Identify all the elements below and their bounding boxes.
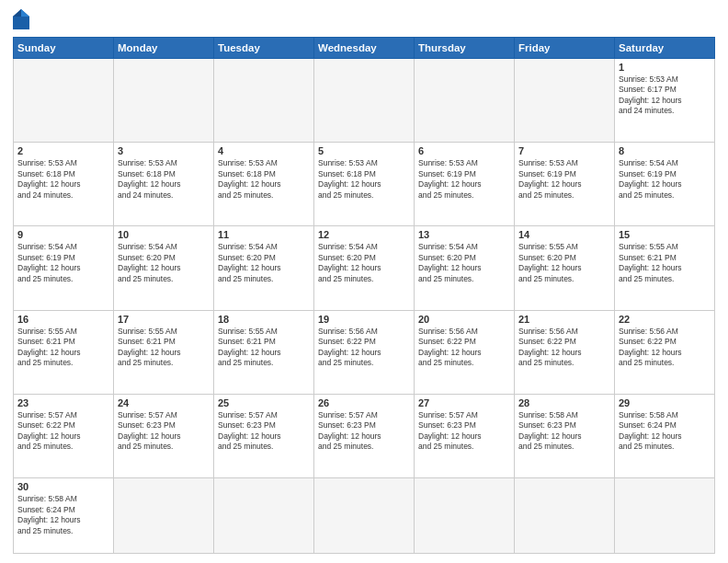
day-number: 3 [118,145,210,156]
day-number: 8 [619,145,711,156]
calendar-cell: 30Sunrise: 5:58 AM Sunset: 6:24 PM Dayli… [14,478,114,554]
day-number: 12 [318,229,410,240]
day-number: 2 [17,145,109,156]
day-info: Sunrise: 5:55 AM Sunset: 6:21 PM Dayligh… [619,242,711,284]
day-number: 15 [619,229,711,240]
calendar-cell: 18Sunrise: 5:55 AM Sunset: 6:21 PM Dayli… [214,310,314,394]
calendar-page: SundayMondayTuesdayWednesdayThursdayFrid… [0,0,728,563]
day-info: Sunrise: 5:54 AM Sunset: 6:19 PM Dayligh… [17,242,109,284]
day-info: Sunrise: 5:53 AM Sunset: 6:18 PM Dayligh… [118,158,210,201]
calendar-cell: 9Sunrise: 5:54 AM Sunset: 6:19 PM Daylig… [14,226,114,310]
calendar-cell: 1Sunrise: 5:53 AM Sunset: 6:17 PM Daylig… [615,59,715,143]
week-row-4: 16Sunrise: 5:55 AM Sunset: 6:21 PM Dayli… [14,310,715,394]
day-info: Sunrise: 5:57 AM Sunset: 6:23 PM Dayligh… [318,410,410,453]
calendar-cell: 26Sunrise: 5:57 AM Sunset: 6:23 PM Dayli… [314,394,415,477]
day-number: 7 [518,145,610,156]
calendar-cell: 29Sunrise: 5:58 AM Sunset: 6:24 PM Dayli… [615,394,715,477]
calendar-cell: 3Sunrise: 5:53 AM Sunset: 6:18 PM Daylig… [114,143,214,226]
calendar-cell [415,59,515,143]
calendar-cell [515,59,615,143]
day-info: Sunrise: 5:56 AM Sunset: 6:22 PM Dayligh… [318,327,410,369]
calendar-cell [415,478,515,554]
day-header-thursday: Thursday [415,38,515,59]
calendar-cell [114,478,214,554]
day-info: Sunrise: 5:55 AM Sunset: 6:21 PM Dayligh… [218,327,310,369]
calendar-cell [14,59,114,143]
day-info: Sunrise: 5:53 AM Sunset: 6:19 PM Dayligh… [518,158,610,201]
day-number: 24 [118,397,210,408]
day-info: Sunrise: 5:53 AM Sunset: 6:19 PM Dayligh… [418,158,510,201]
day-number: 5 [318,145,410,156]
day-info: Sunrise: 5:55 AM Sunset: 6:20 PM Dayligh… [518,242,610,284]
day-number: 11 [218,229,310,240]
day-info: Sunrise: 5:57 AM Sunset: 6:23 PM Dayligh… [118,410,210,453]
calendar-cell: 28Sunrise: 5:58 AM Sunset: 6:23 PM Dayli… [515,394,615,477]
calendar-cell: 24Sunrise: 5:57 AM Sunset: 6:23 PM Dayli… [114,394,214,477]
day-number: 21 [518,314,610,325]
day-info: Sunrise: 5:53 AM Sunset: 6:18 PM Dayligh… [318,158,410,201]
calendar-cell: 15Sunrise: 5:55 AM Sunset: 6:21 PM Dayli… [615,226,715,310]
day-info: Sunrise: 5:56 AM Sunset: 6:22 PM Dayligh… [518,327,610,369]
day-number: 9 [17,229,109,240]
day-number: 22 [619,314,711,325]
day-number: 29 [619,397,711,408]
day-header-monday: Monday [114,38,214,59]
day-info: Sunrise: 5:53 AM Sunset: 6:18 PM Dayligh… [218,158,310,201]
day-info: Sunrise: 5:55 AM Sunset: 6:21 PM Dayligh… [17,327,109,369]
week-row-2: 2Sunrise: 5:53 AM Sunset: 6:18 PM Daylig… [14,143,715,226]
calendar-cell: 22Sunrise: 5:56 AM Sunset: 6:22 PM Dayli… [615,310,715,394]
calendar-cell: 27Sunrise: 5:57 AM Sunset: 6:23 PM Dayli… [415,394,515,477]
day-number: 30 [17,481,109,492]
day-info: Sunrise: 5:56 AM Sunset: 6:22 PM Dayligh… [418,327,510,369]
calendar-cell: 23Sunrise: 5:57 AM Sunset: 6:22 PM Dayli… [14,394,114,477]
calendar-cell: 17Sunrise: 5:55 AM Sunset: 6:21 PM Dayli… [114,310,214,394]
calendar-cell: 6Sunrise: 5:53 AM Sunset: 6:19 PM Daylig… [415,143,515,226]
calendar-cell: 19Sunrise: 5:56 AM Sunset: 6:22 PM Dayli… [314,310,415,394]
calendar-cell: 13Sunrise: 5:54 AM Sunset: 6:20 PM Dayli… [415,226,515,310]
day-info: Sunrise: 5:54 AM Sunset: 6:20 PM Dayligh… [418,242,510,284]
day-number: 26 [318,397,410,408]
day-header-friday: Friday [515,38,615,59]
calendar-cell [114,59,214,143]
day-number: 1 [619,62,711,73]
week-row-1: 1Sunrise: 5:53 AM Sunset: 6:17 PM Daylig… [14,59,715,143]
day-number: 4 [218,145,310,156]
day-number: 20 [418,314,510,325]
calendar-header-row: SundayMondayTuesdayWednesdayThursdayFrid… [14,38,715,59]
calendar-cell [214,59,314,143]
calendar-cell [314,59,415,143]
calendar-table: SundayMondayTuesdayWednesdayThursdayFrid… [13,37,715,554]
day-number: 17 [118,314,210,325]
day-info: Sunrise: 5:58 AM Sunset: 6:24 PM Dayligh… [619,410,711,453]
calendar-cell: 4Sunrise: 5:53 AM Sunset: 6:18 PM Daylig… [214,143,314,226]
calendar-cell: 12Sunrise: 5:54 AM Sunset: 6:20 PM Dayli… [314,226,415,310]
day-number: 27 [418,397,510,408]
day-number: 28 [518,397,610,408]
day-number: 6 [418,145,510,156]
day-header-wednesday: Wednesday [314,38,415,59]
calendar-cell [314,478,415,554]
day-info: Sunrise: 5:54 AM Sunset: 6:20 PM Dayligh… [318,242,410,284]
day-number: 19 [318,314,410,325]
day-info: Sunrise: 5:54 AM Sunset: 6:20 PM Dayligh… [118,242,210,284]
day-header-sunday: Sunday [14,38,114,59]
calendar-cell: 20Sunrise: 5:56 AM Sunset: 6:22 PM Dayli… [415,310,515,394]
week-row-3: 9Sunrise: 5:54 AM Sunset: 6:19 PM Daylig… [14,226,715,310]
svg-marker-2 [13,9,21,17]
day-number: 13 [418,229,510,240]
day-info: Sunrise: 5:57 AM Sunset: 6:23 PM Dayligh… [418,410,510,453]
day-number: 18 [218,314,310,325]
day-info: Sunrise: 5:53 AM Sunset: 6:18 PM Dayligh… [17,158,109,201]
day-number: 10 [118,229,210,240]
header [13,9,715,29]
day-info: Sunrise: 5:56 AM Sunset: 6:22 PM Dayligh… [619,327,711,369]
day-info: Sunrise: 5:57 AM Sunset: 6:22 PM Dayligh… [17,410,109,453]
calendar-cell: 2Sunrise: 5:53 AM Sunset: 6:18 PM Daylig… [14,143,114,226]
calendar-cell: 11Sunrise: 5:54 AM Sunset: 6:20 PM Dayli… [214,226,314,310]
calendar-cell: 14Sunrise: 5:55 AM Sunset: 6:20 PM Dayli… [515,226,615,310]
week-row-5: 23Sunrise: 5:57 AM Sunset: 6:22 PM Dayli… [14,394,715,477]
calendar-cell: 16Sunrise: 5:55 AM Sunset: 6:21 PM Dayli… [14,310,114,394]
day-info: Sunrise: 5:54 AM Sunset: 6:19 PM Dayligh… [619,158,711,201]
day-info: Sunrise: 5:53 AM Sunset: 6:17 PM Dayligh… [619,75,711,117]
calendar-cell [515,478,615,554]
